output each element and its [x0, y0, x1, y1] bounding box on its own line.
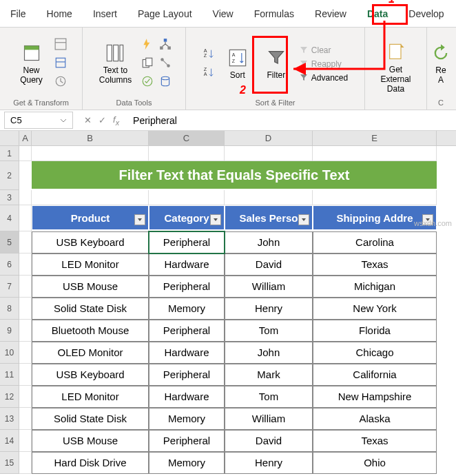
sort-button[interactable]: AZ Sort: [220, 45, 255, 83]
formula-bar[interactable]: Peripheral: [126, 112, 456, 129]
sort-desc-icon[interactable]: ZA: [201, 65, 216, 82]
col-header[interactable]: D: [225, 131, 313, 145]
ribbon-tab-file[interactable]: File: [0, 0, 37, 27]
ribbon-tab-view[interactable]: View: [203, 0, 244, 27]
row-header[interactable]: 5: [0, 231, 19, 253]
row-header[interactable]: 14: [0, 430, 19, 452]
ribbon-tab-review[interactable]: Review: [304, 0, 357, 27]
advanced-button[interactable]: Advanced: [298, 72, 349, 84]
reapply-button[interactable]: Reapply: [298, 58, 349, 70]
cell-sales-person[interactable]: John: [225, 342, 313, 364]
row-header[interactable]: 6: [0, 253, 19, 276]
data-validation-icon[interactable]: [140, 74, 155, 91]
ribbon-tab-page-layout[interactable]: Page Layout: [127, 0, 203, 27]
from-table-icon[interactable]: [53, 55, 68, 72]
cell-category[interactable]: Peripheral: [149, 430, 225, 452]
table-header-sales[interactable]: Sales Perso: [225, 205, 313, 230]
cell-shipping[interactable]: Michigan: [313, 276, 437, 298]
row-header[interactable]: 4: [0, 205, 19, 231]
row-header[interactable]: 7: [0, 276, 19, 298]
manage-data-model-icon[interactable]: [158, 74, 173, 91]
text-to-columns-button[interactable]: Text to Columns: [95, 41, 136, 87]
cell-shipping[interactable]: Chicago: [313, 342, 437, 364]
cell-product[interactable]: USB Mouse: [32, 276, 149, 298]
filter-button[interactable]: Filter: [259, 45, 293, 83]
get-external-data-button[interactable]: Get External Data: [371, 40, 421, 96]
cell-category[interactable]: Hardware: [149, 386, 225, 408]
cell-category[interactable]: Memory: [149, 408, 225, 430]
cell-sales-person[interactable]: Henry: [225, 452, 313, 474]
recent-sources-icon[interactable]: [53, 74, 68, 91]
consolidate-icon[interactable]: [158, 37, 173, 54]
cell-sales-person[interactable]: David: [225, 430, 313, 452]
cell-category[interactable]: Memory: [149, 298, 225, 320]
cell-category[interactable]: Hardware: [149, 253, 225, 276]
relationships-icon[interactable]: [158, 55, 173, 72]
cell-product[interactable]: USB Keyboard: [32, 364, 149, 386]
show-queries-icon[interactable]: [53, 37, 68, 54]
cell-shipping[interactable]: New Hampshire: [313, 386, 437, 408]
cell-product[interactable]: Hard Disk Drive: [32, 452, 149, 474]
cell-product[interactable]: OLED Monitor: [32, 342, 149, 364]
remove-duplicates-icon[interactable]: [140, 55, 155, 72]
ribbon-tab-insert[interactable]: Insert: [83, 0, 127, 27]
cell-category[interactable]: Peripheral: [149, 364, 225, 386]
cell-product[interactable]: Bluetooth Mouse: [32, 320, 149, 342]
row-header[interactable]: 9: [0, 320, 19, 342]
cell-sales-person[interactable]: Tom: [225, 320, 313, 342]
cell-category[interactable]: Peripheral: [149, 320, 225, 342]
cell-product[interactable]: USB Mouse: [32, 430, 149, 452]
flash-fill-icon[interactable]: [140, 37, 155, 54]
row-header[interactable]: 3: [0, 190, 19, 205]
select-all-corner[interactable]: [0, 131, 19, 145]
cell-category[interactable]: Peripheral: [149, 231, 225, 253]
ribbon-tab-home[interactable]: Home: [37, 0, 83, 27]
table-header-product[interactable]: Product: [32, 205, 149, 230]
cell-shipping[interactable]: Alaska: [313, 408, 437, 430]
cell-shipping[interactable]: Ohio: [313, 452, 437, 474]
row-header[interactable]: 2: [0, 161, 19, 190]
filter-dropdown-icon[interactable]: [210, 214, 221, 225]
filter-dropdown-icon[interactable]: [298, 214, 309, 225]
row-header[interactable]: 8: [0, 298, 19, 320]
name-box[interactable]: C5: [4, 112, 73, 129]
cell-sales-person[interactable]: William: [225, 408, 313, 430]
row-header[interactable]: 11: [0, 364, 19, 386]
cell-sales-person[interactable]: Mark: [225, 364, 313, 386]
cell-product[interactable]: LED Monitor: [32, 386, 149, 408]
table-header-category[interactable]: Category: [149, 205, 225, 230]
row-header[interactable]: 10: [0, 342, 19, 364]
sort-asc-icon[interactable]: AZ: [201, 46, 216, 63]
cancel-icon[interactable]: ✕: [84, 115, 92, 125]
cell-product[interactable]: USB Keyboard: [32, 231, 149, 253]
col-header[interactable]: C: [149, 131, 225, 145]
cell-sales-person[interactable]: Tom: [225, 386, 313, 408]
row-header[interactable]: 15: [0, 452, 19, 474]
cell-product[interactable]: Solid State Disk: [32, 298, 149, 320]
enter-icon[interactable]: ✓: [99, 115, 106, 125]
cell-shipping[interactable]: Carolina: [313, 231, 437, 253]
cell-shipping[interactable]: California: [313, 364, 437, 386]
cell-shipping[interactable]: New York: [313, 298, 437, 320]
cell-sales-person[interactable]: John: [225, 231, 313, 253]
filter-dropdown-icon[interactable]: [134, 214, 145, 225]
cell-category[interactable]: Memory: [149, 452, 225, 474]
col-header[interactable]: E: [313, 131, 437, 145]
cell-product[interactable]: Solid State Disk: [32, 408, 149, 430]
col-header[interactable]: B: [32, 131, 149, 145]
clear-button[interactable]: Clear: [298, 44, 349, 56]
cell-shipping[interactable]: Florida: [313, 320, 437, 342]
new-query-button[interactable]: New Query: [14, 41, 49, 87]
cell-shipping[interactable]: Texas: [313, 253, 437, 276]
cell-sales-person[interactable]: David: [225, 253, 313, 276]
col-header[interactable]: A: [19, 131, 32, 145]
row-header[interactable]: 13: [0, 408, 19, 430]
cell-sales-person[interactable]: William: [225, 276, 313, 298]
row-header[interactable]: 12: [0, 386, 19, 408]
row-header[interactable]: 1: [0, 146, 19, 161]
ribbon-tab-develop[interactable]: Develop: [398, 0, 454, 27]
cell-category[interactable]: Peripheral: [149, 276, 225, 298]
cell-shipping[interactable]: Texas: [313, 430, 437, 452]
cell-category[interactable]: Hardware: [149, 342, 225, 364]
cell-sales-person[interactable]: Henry: [225, 298, 313, 320]
